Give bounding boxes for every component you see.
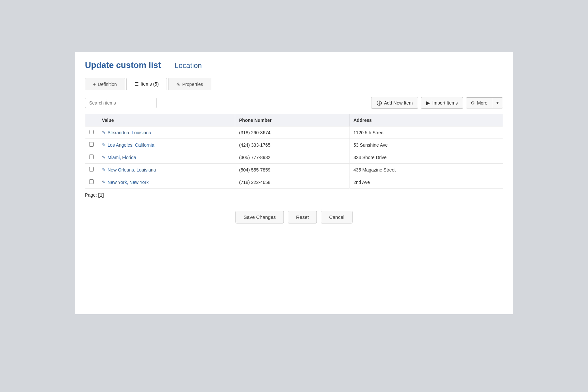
tab-items[interactable]: ☰ Items (5): [126, 78, 167, 90]
row-value-link[interactable]: ✎ Los Angeles, California: [102, 142, 231, 148]
tab-definition-label: Definition: [98, 82, 117, 87]
tab-items-label: Items (5): [141, 81, 159, 87]
add-icon: ⨁: [377, 100, 382, 106]
row-checkbox[interactable]: [89, 167, 94, 172]
checkbox-header-col: [85, 114, 98, 126]
row-phone-text: (318) 290-3674: [239, 130, 270, 135]
edit-icon: ✎: [102, 155, 106, 160]
row-address-cell: 2nd Ave: [350, 176, 503, 188]
row-checkbox-cell: [85, 139, 98, 151]
pagination: Page: [1]: [85, 192, 503, 198]
row-address-text: 2nd Ave: [353, 180, 370, 185]
row-phone-cell: (424) 333-1765: [235, 139, 350, 151]
row-phone-cell: (318) 290-3674: [235, 126, 350, 139]
row-checkbox[interactable]: [89, 179, 94, 184]
phone-column-header: Phone Number: [235, 114, 350, 126]
table-row: ✎ Miami, Florida (305) 777-8932 324 Shor…: [85, 151, 503, 164]
more-label: More: [477, 100, 487, 106]
row-phone-text: (718) 222-4658: [239, 180, 270, 185]
tabs-bar: + Definition ☰ Items (5) ✳ Properties: [85, 77, 503, 90]
row-phone-cell: (504) 555-7859: [235, 164, 350, 176]
row-phone-text: (504) 555-7859: [239, 167, 270, 172]
definition-icon: +: [93, 82, 96, 87]
row-value-text: Alexandria, Louisiana: [107, 130, 151, 135]
properties-icon: ✳: [176, 82, 180, 87]
edit-icon: ✎: [102, 167, 106, 172]
row-value-cell: ✎ New York, New York: [98, 176, 235, 188]
save-changes-button[interactable]: Save Changes: [236, 211, 284, 223]
value-column-header: Value: [98, 114, 235, 126]
row-address-text: 435 Magazine Street: [353, 167, 396, 172]
row-phone-text: (305) 777-8932: [239, 155, 270, 160]
row-address-text: 1120 5th Street: [353, 130, 385, 135]
row-value-text: Miami, Florida: [107, 155, 136, 160]
row-phone-cell: (305) 777-8932: [235, 151, 350, 164]
page-title-main: Update custom list: [85, 60, 161, 70]
pagination-label: Page:: [85, 192, 98, 198]
row-checkbox[interactable]: [89, 130, 94, 134]
row-phone-cell: (718) 222-4658: [235, 176, 350, 188]
row-value-cell: ✎ Los Angeles, California: [98, 139, 235, 151]
row-value-link[interactable]: ✎ Miami, Florida: [102, 155, 231, 160]
table-row: ✎ New Orleans, Louisiana (504) 555-7859 …: [85, 164, 503, 176]
chevron-down-icon: ▼: [496, 101, 499, 105]
row-address-text: 53 Sunshine Ave: [353, 142, 388, 148]
items-table: Value Phone Number Address ✎ Alexandria,…: [85, 114, 503, 188]
toolbar-right: ⨁ Add New Item ▶ Import Items ⚙ More ▼: [371, 97, 503, 109]
row-value-text: New Orleans, Louisiana: [107, 167, 156, 172]
tab-definition[interactable]: + Definition: [85, 78, 125, 90]
add-new-item-label: Add New Item: [384, 100, 413, 106]
search-input[interactable]: [85, 98, 157, 108]
more-button[interactable]: ⚙ More: [466, 98, 492, 108]
pagination-current: [1]: [98, 192, 104, 198]
row-value-cell: ✎ Alexandria, Louisiana: [98, 126, 235, 139]
row-checkbox[interactable]: [89, 155, 94, 159]
row-checkbox[interactable]: [89, 142, 94, 147]
more-split-button: ⚙ More ▼: [466, 97, 503, 108]
row-phone-text: (424) 333-1765: [239, 142, 270, 148]
edit-icon: ✎: [102, 180, 106, 185]
row-checkbox-cell: [85, 126, 98, 139]
row-address-cell: 435 Magazine Street: [350, 164, 503, 176]
row-value-link[interactable]: ✎ Alexandria, Louisiana: [102, 130, 231, 135]
cancel-button[interactable]: Cancel: [321, 211, 352, 223]
row-value-cell: ✎ Miami, Florida: [98, 151, 235, 164]
page-title-separator: —: [164, 61, 172, 70]
row-address-cell: 53 Sunshine Ave: [350, 139, 503, 151]
bottom-buttons: Save Changes Reset Cancel: [85, 211, 503, 223]
gear-icon: ⚙: [471, 100, 475, 106]
row-value-text: Los Angeles, California: [107, 142, 154, 148]
more-caret-button[interactable]: ▼: [492, 98, 503, 108]
row-checkbox-cell: [85, 151, 98, 164]
row-value-link[interactable]: ✎ New Orleans, Louisiana: [102, 167, 231, 172]
table-row: ✎ New York, New York (718) 222-4658 2nd …: [85, 176, 503, 188]
row-address-text: 324 Shore Drive: [353, 155, 386, 160]
toolbar: ⨁ Add New Item ▶ Import Items ⚙ More ▼: [85, 97, 503, 109]
row-value-text: New York, New York: [107, 180, 149, 185]
tab-properties[interactable]: ✳ Properties: [168, 78, 211, 90]
row-value-link[interactable]: ✎ New York, New York: [102, 180, 231, 185]
row-checkbox-cell: [85, 176, 98, 188]
row-value-cell: ✎ New Orleans, Louisiana: [98, 164, 235, 176]
address-column-header: Address: [350, 114, 503, 126]
row-address-cell: 324 Shore Drive: [350, 151, 503, 164]
row-checkbox-cell: [85, 164, 98, 176]
import-icon: ▶: [426, 100, 430, 106]
edit-icon: ✎: [102, 142, 106, 147]
reset-button[interactable]: Reset: [288, 211, 317, 223]
table-row: ✎ Alexandria, Louisiana (318) 290-3674 1…: [85, 126, 503, 139]
tab-properties-label: Properties: [182, 82, 203, 87]
edit-icon: ✎: [102, 130, 106, 135]
items-icon: ☰: [135, 81, 139, 87]
import-items-button[interactable]: ▶ Import Items: [421, 97, 463, 109]
add-new-item-button[interactable]: ⨁ Add New Item: [371, 97, 418, 109]
table-row: ✎ Los Angeles, California (424) 333-1765…: [85, 139, 503, 151]
page-title-sub: Location: [175, 61, 202, 70]
import-items-label: Import Items: [432, 100, 458, 106]
row-address-cell: 1120 5th Street: [350, 126, 503, 139]
